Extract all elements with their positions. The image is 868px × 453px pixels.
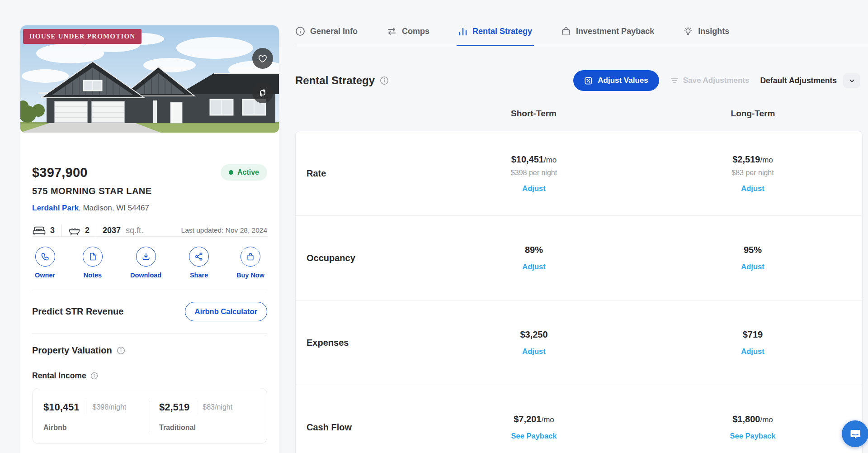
adjust-link[interactable]: Adjust xyxy=(741,262,764,271)
adjust-percent-icon xyxy=(584,76,593,85)
notes-button[interactable]: Notes xyxy=(83,247,103,279)
divider xyxy=(86,401,86,414)
occupancy-value: 89% xyxy=(525,245,543,255)
predict-str-title: Predict STR Revenue xyxy=(32,306,123,317)
notes-label: Notes xyxy=(84,272,102,279)
adjust-link[interactable]: Adjust xyxy=(741,347,764,356)
row-label: Cash Flow xyxy=(296,422,425,433)
status-badge: Active xyxy=(221,164,267,181)
cash-flow-suffix: /mo xyxy=(541,415,554,424)
adjust-link[interactable]: Adjust xyxy=(522,184,545,193)
compare-icon xyxy=(257,87,269,99)
table-row-expenses: Expenses $3,250 Adjust $719 Adjust xyxy=(296,300,862,385)
property-actions: Owner Notes Downlo xyxy=(32,237,267,290)
last-updated-text: Last updated: Nov 28, 2024 xyxy=(181,226,267,234)
status-dot-icon xyxy=(229,170,233,175)
cash-flow-short-term-cell: $7,201/mo See Payback xyxy=(425,414,643,440)
stat-divider xyxy=(61,224,61,236)
share-button[interactable]: Share xyxy=(189,247,209,279)
tab-general-info[interactable]: General Info xyxy=(295,26,358,36)
long-term-column-header: Long-Term xyxy=(643,109,863,119)
property-photo: HOUSE UNDER PROMOTION xyxy=(20,25,279,133)
baths-stat: 2 xyxy=(68,225,90,236)
traditional-nightly-rate: $83/night xyxy=(203,403,232,411)
promotion-badge: HOUSE UNDER PROMOTION xyxy=(23,29,142,44)
airbnb-income-amount: $10,451 xyxy=(43,401,80,413)
predict-str-section: Predict STR Revenue Airbnb Calculator xyxy=(32,290,267,333)
tab-comps[interactable]: Comps xyxy=(387,26,429,36)
tab-label: General Info xyxy=(310,27,358,36)
page-title: Rental Strategy xyxy=(295,74,375,87)
airbnb-income-label: Airbnb xyxy=(43,424,141,432)
save-adjustments-button[interactable]: Save Adjustments xyxy=(670,76,750,85)
strategy-table: Rate $10,451/mo $398 per night Adjust $2… xyxy=(295,131,863,453)
beds-stat: 3 xyxy=(32,225,55,236)
adjust-link[interactable]: Adjust xyxy=(522,347,545,356)
airbnb-income-group: $10,451 $398/night Airbnb xyxy=(34,401,150,432)
strategy-header: Rental Strategy Adjust Values Save Adjus… xyxy=(295,70,860,91)
compare-button[interactable] xyxy=(252,82,273,103)
swap-arrows-icon xyxy=(387,26,397,36)
see-payback-link[interactable]: See Payback xyxy=(730,432,776,440)
status-label: Active xyxy=(237,168,259,176)
bed-icon xyxy=(32,225,46,236)
expenses-short-term-cell: $3,250 Adjust xyxy=(425,329,643,356)
short-term-column-header: Short-Term xyxy=(424,109,643,119)
adjust-values-button[interactable]: Adjust Values xyxy=(573,70,659,91)
occupancy-value: 95% xyxy=(744,245,762,255)
neighborhood-link[interactable]: Lerdahl Park xyxy=(32,204,79,212)
owner-button[interactable]: Owner xyxy=(35,247,55,279)
chat-launcher-button[interactable] xyxy=(842,420,868,447)
heart-icon xyxy=(257,52,269,64)
see-payback-link[interactable]: See Payback xyxy=(511,432,557,440)
default-adjustments-select: Default Adjustments xyxy=(760,73,860,88)
info-icon xyxy=(295,26,305,36)
filter-lines-icon xyxy=(670,76,679,85)
share-icon xyxy=(189,247,209,267)
adjust-link[interactable]: Adjust xyxy=(522,262,545,271)
property-stats: 3 2 2037 sq.ft. Last upda xyxy=(32,224,267,236)
tab-label: Insights xyxy=(698,27,729,36)
chevron-down-icon xyxy=(849,77,855,84)
save-adjustments-label: Save Adjustments xyxy=(683,76,750,85)
favorite-button[interactable] xyxy=(252,48,273,69)
rental-income-title: Rental Income xyxy=(32,371,86,381)
occupancy-long-term-cell: 95% Adjust xyxy=(643,245,862,271)
tab-investment-payback[interactable]: Investment Payback xyxy=(561,26,654,36)
divider xyxy=(196,401,196,414)
property-address: 575 MORNING STAR LANE xyxy=(32,186,267,196)
cash-flow-value: $7,201 xyxy=(514,414,541,424)
beds-count: 3 xyxy=(50,226,55,235)
strategy-info-icon[interactable] xyxy=(380,76,389,85)
adjust-values-label: Adjust Values xyxy=(598,76,648,85)
valuation-info-icon[interactable] xyxy=(117,346,125,355)
rate-suffix: /mo xyxy=(760,156,773,164)
owner-label: Owner xyxy=(35,272,55,279)
divider xyxy=(32,333,267,334)
chat-bubble-icon xyxy=(849,428,862,440)
property-card-body: $397,900 Active 575 MORNING STAR LANE Le… xyxy=(20,164,279,444)
adjust-link[interactable]: Adjust xyxy=(741,184,764,193)
briefcase-icon xyxy=(561,26,571,36)
airbnb-calculator-button[interactable]: Airbnb Calculator xyxy=(185,302,267,321)
adjustments-dropdown-button[interactable] xyxy=(843,73,860,88)
rate-suffix: /mo xyxy=(544,156,557,164)
rate-long-term-cell: $2,519/mo $83 per night Adjust xyxy=(643,154,862,193)
table-row-rate: Rate $10,451/mo $398 per night Adjust $2… xyxy=(296,131,862,216)
area-value: 2037 xyxy=(103,226,121,235)
tab-rental-strategy[interactable]: Rental Strategy xyxy=(458,26,532,36)
tab-insights[interactable]: Insights xyxy=(683,26,729,36)
default-adjustments-label: Default Adjustments xyxy=(760,76,837,86)
rate-sub-value: $83 per night xyxy=(731,169,774,177)
rental-strategy-page: HOUSE UNDER PROMOTION $397,900 Active xyxy=(0,0,868,453)
buy-now-button[interactable]: Buy Now xyxy=(236,247,264,279)
city-state-text: , Madison, WI 54467 xyxy=(79,204,149,212)
download-button[interactable]: Download xyxy=(130,247,161,279)
detail-tabs: General Info Comps Rental Strategy Inves… xyxy=(295,26,868,45)
area-unit: sq.ft. xyxy=(126,226,143,235)
buy-now-label: Buy Now xyxy=(236,272,264,279)
rental-income-info-icon[interactable] xyxy=(90,372,98,380)
download-icon xyxy=(136,247,156,267)
rate-sub-value: $398 per night xyxy=(511,169,557,177)
bath-icon xyxy=(68,225,81,236)
